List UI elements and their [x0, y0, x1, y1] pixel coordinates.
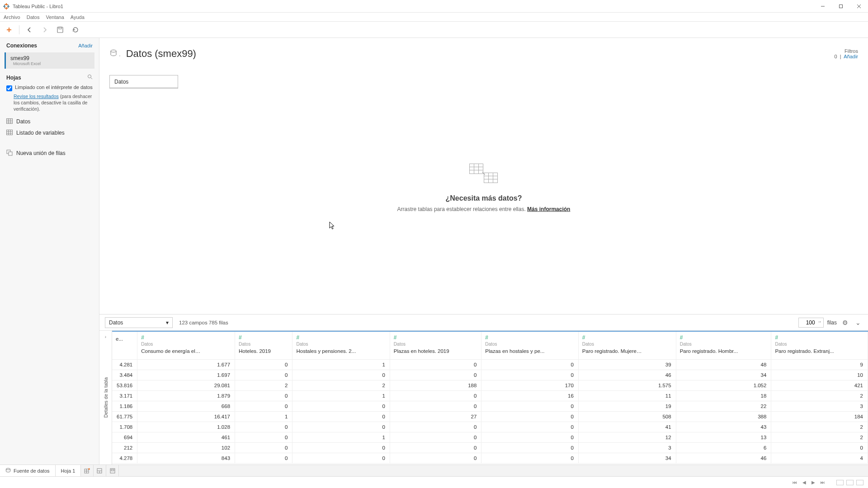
cell[interactable]: 1.677: [137, 359, 235, 370]
refresh-button[interactable]: [70, 24, 81, 35]
cell[interactable]: 0: [235, 370, 292, 380]
add-filter-link[interactable]: Añadir: [844, 54, 858, 59]
view-mode-1-icon[interactable]: [836, 480, 844, 485]
cell[interactable]: 53.816: [112, 380, 137, 390]
chevron-down-icon[interactable]: ⌄: [854, 319, 863, 326]
cell[interactable]: 843: [137, 453, 235, 463]
new-worksheet-button[interactable]: [81, 465, 94, 476]
cell[interactable]: 0: [481, 359, 578, 370]
cell[interactable]: 212: [112, 442, 137, 453]
cell[interactable]: 0: [481, 453, 578, 463]
cell[interactable]: 11: [578, 390, 676, 401]
cell[interactable]: 13: [676, 432, 771, 442]
cell[interactable]: 1.052: [676, 380, 771, 390]
cell[interactable]: 3.171: [112, 390, 137, 401]
cell[interactable]: 0: [235, 422, 292, 432]
review-results-link[interactable]: Revise los resultados: [14, 94, 59, 99]
tableau-start-icon[interactable]: [4, 24, 14, 35]
cell[interactable]: 1: [235, 411, 292, 422]
cell[interactable]: 6: [676, 442, 771, 453]
cell[interactable]: 46: [578, 370, 676, 380]
last-page-icon[interactable]: ⏭: [819, 480, 826, 485]
cell[interactable]: 16: [481, 390, 578, 401]
table-row[interactable]: 694461010012132: [112, 432, 868, 442]
cell[interactable]: 1.028: [137, 422, 235, 432]
new-story-button[interactable]: [106, 465, 119, 476]
tab-sheet1[interactable]: Hoja 1: [56, 465, 81, 476]
cell[interactable]: 22: [676, 401, 771, 411]
table-row[interactable]: 1.186668000019223: [112, 401, 868, 411]
menu-help[interactable]: Ayuda: [71, 14, 85, 20]
cell[interactable]: 0: [481, 442, 578, 453]
cell[interactable]: 16.417: [137, 411, 235, 422]
cell[interactable]: 0: [235, 390, 292, 401]
cell[interactable]: 1: [292, 390, 390, 401]
rows-arrow-icon[interactable]: →: [817, 319, 822, 324]
cell[interactable]: 1.697: [137, 370, 235, 380]
search-icon[interactable]: [87, 74, 93, 81]
cell[interactable]: 4.278: [112, 453, 137, 463]
new-union-item[interactable]: Nueva unión de filas: [0, 147, 99, 160]
cell[interactable]: 3: [578, 442, 676, 453]
cell[interactable]: 34: [578, 453, 676, 463]
cell[interactable]: 388: [676, 411, 771, 422]
table-pill[interactable]: Datos: [109, 75, 178, 89]
cell[interactable]: 2: [771, 432, 868, 442]
minimize-button[interactable]: [814, 0, 832, 13]
column-header[interactable]: #DatosPlazas en hostales y pe...: [481, 331, 578, 359]
cell[interactable]: 0: [235, 442, 292, 453]
connection-item[interactable]: smex99 Microsoft Excel: [5, 52, 94, 69]
cell[interactable]: 0: [481, 401, 578, 411]
cell[interactable]: 0: [481, 422, 578, 432]
canvas-body[interactable]: Datos ¿Necesita más datos? Arrastre tabl…: [99, 70, 868, 314]
cell[interactable]: 41: [578, 422, 676, 432]
first-page-icon[interactable]: ⏮: [791, 480, 798, 485]
column-header[interactable]: #DatosConsumo de energía elé...: [137, 331, 235, 359]
column-header[interactable]: #DatosHoteles. 2019: [235, 331, 292, 359]
cell[interactable]: 2: [235, 380, 292, 390]
cell[interactable]: 0: [390, 401, 481, 411]
cell[interactable]: 0: [292, 453, 390, 463]
cell[interactable]: 0: [235, 453, 292, 463]
table-row[interactable]: 4.2811.677010039489: [112, 359, 868, 370]
maximize-button[interactable]: [832, 0, 850, 13]
cell[interactable]: 1.186: [112, 401, 137, 411]
cell[interactable]: 184: [771, 411, 868, 422]
cell[interactable]: 0: [292, 370, 390, 380]
sheet-item-datos[interactable]: Datos: [0, 116, 99, 127]
cell[interactable]: 4.281: [112, 359, 137, 370]
cell[interactable]: 1.879: [137, 390, 235, 401]
cell[interactable]: 12: [578, 432, 676, 442]
cell[interactable]: 0: [390, 359, 481, 370]
cell[interactable]: 27: [390, 411, 481, 422]
more-info-link[interactable]: Más información: [527, 206, 570, 212]
cell[interactable]: 0: [771, 442, 868, 453]
column-header[interactable]: #DatosHostales y pensiones. 2...: [292, 331, 390, 359]
column-header[interactable]: #DatosParo registrado. Extranj...: [771, 331, 868, 359]
menu-window[interactable]: Ventana: [46, 14, 64, 20]
cell[interactable]: 1.575: [578, 380, 676, 390]
cell[interactable]: 0: [390, 442, 481, 453]
cell[interactable]: 2: [771, 422, 868, 432]
cell[interactable]: 668: [137, 401, 235, 411]
cell[interactable]: 461: [137, 432, 235, 442]
cell[interactable]: 9: [771, 359, 868, 370]
cell[interactable]: 1: [292, 432, 390, 442]
menu-file[interactable]: Archivo: [4, 14, 20, 20]
cell[interactable]: 0: [235, 359, 292, 370]
cell[interactable]: 43: [676, 422, 771, 432]
cell[interactable]: 0: [390, 390, 481, 401]
cell[interactable]: 0: [390, 453, 481, 463]
cell[interactable]: 0: [235, 401, 292, 411]
column-header[interactable]: #DatosParo registrado. Mujeres...: [578, 331, 676, 359]
table-row[interactable]: 53.81629.081221881701.5751.052421: [112, 380, 868, 390]
cell[interactable]: 0: [292, 442, 390, 453]
cell[interactable]: 0: [481, 370, 578, 380]
column-header[interactable]: e...: [112, 331, 137, 359]
cell[interactable]: 188: [390, 380, 481, 390]
column-header[interactable]: #DatosPlazas en hoteles. 2019: [390, 331, 481, 359]
cell[interactable]: 2: [771, 390, 868, 401]
cell[interactable]: 18: [676, 390, 771, 401]
cell[interactable]: 19: [578, 401, 676, 411]
cell[interactable]: 1: [292, 359, 390, 370]
